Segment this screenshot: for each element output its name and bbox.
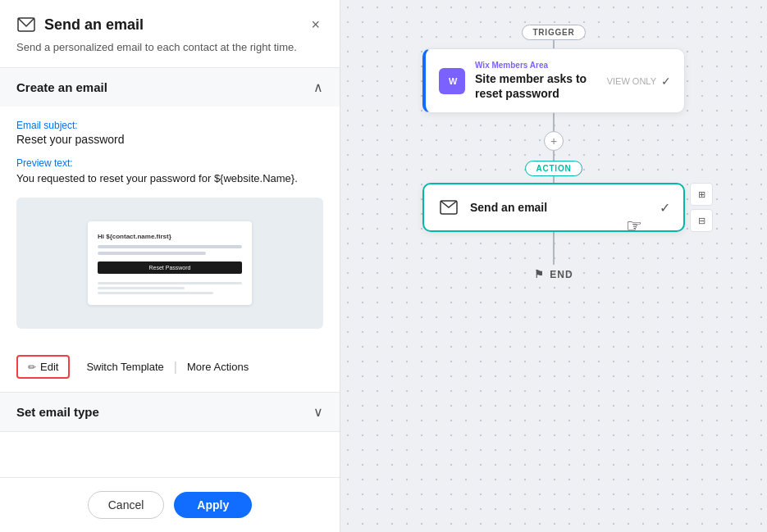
flag-icon: ⚑ (534, 268, 545, 280)
email-subject-value: Reset your password (16, 133, 323, 146)
connector-line-3 (553, 151, 555, 161)
svg-text:W: W (449, 76, 458, 86)
cancel-button[interactable]: Cancel (88, 491, 165, 519)
more-actions-button[interactable]: More Actions (177, 357, 258, 377)
flow-container: TRIGGER W Wix Members Area Site member a… (414, 25, 693, 280)
action-node-text: Send an email (470, 200, 650, 215)
trigger-node-text: Wix Members Area Site member asks to res… (475, 61, 597, 101)
side-action-btn-1[interactable]: ⊞ (690, 183, 713, 206)
envelope-icon (16, 15, 36, 34)
side-action-btn-2[interactable]: ⊟ (690, 209, 713, 232)
email-subject-label: Email subject: (16, 120, 323, 131)
panel-title: Send an email (44, 16, 144, 34)
left-panel: Send an email × Send a personalized emai… (0, 0, 340, 532)
connector-line-5 (553, 232, 555, 265)
action-label: Send an email (470, 200, 650, 215)
trigger-source: Wix Members Area (475, 61, 597, 70)
preview-text-value: You requested to reset your password for… (16, 171, 323, 187)
create-email-section: Create an email ∧ Email subject: Reset y… (0, 68, 340, 393)
canvas-panel: TRIGGER W Wix Members Area Site member a… (340, 0, 767, 532)
preview-footer-2 (98, 287, 185, 289)
panel-footer: Cancel Apply (0, 477, 340, 532)
preview-line-1 (98, 245, 242, 248)
set-email-type-chevron: ∨ (313, 404, 323, 420)
end-node: ⚑ END (534, 268, 573, 280)
trigger-label: Site member asks to reset password (475, 71, 597, 101)
create-email-section-header[interactable]: Create an email ∧ (0, 68, 340, 107)
edit-label: Edit (40, 361, 58, 373)
trigger-view-only: VIEW ONLY ✓ (607, 75, 671, 88)
side-actions: ⊞ ⊟ (690, 183, 713, 232)
preview-text-label: Preview text: (16, 157, 323, 169)
edit-button[interactable]: ✏ Edit (16, 355, 70, 379)
view-only-text: VIEW ONLY (607, 76, 656, 86)
panel-subtitle: Send a personalized email to each contac… (16, 39, 323, 56)
preview-cta-button: Reset Password (98, 261, 242, 274)
connector-line-1 (553, 40, 555, 48)
plus-button[interactable]: + (544, 131, 564, 151)
connector-line-4 (553, 176, 555, 183)
create-email-chevron: ∧ (313, 80, 323, 95)
trigger-node-card[interactable]: W Wix Members Area Site member asks to r… (422, 48, 685, 113)
action-node-card[interactable]: Send an email ✓ ☞ ⊞ ⊟ (422, 183, 685, 232)
trigger-check-icon: ✓ (661, 75, 671, 88)
action-envelope-icon (437, 196, 460, 219)
set-email-type-section: Set email type ∨ (0, 393, 340, 432)
trigger-badge: TRIGGER (522, 25, 585, 40)
email-thumbnail: Hi ${contact.name.first} Reset Password (16, 198, 323, 329)
switch-template-button[interactable]: Switch Template (76, 357, 173, 377)
preview-footer-1 (98, 282, 242, 284)
end-label: END (550, 269, 573, 280)
preview-greeting: Hi ${contact.name.first} (98, 233, 242, 240)
email-details: Email subject: Reset your password Previ… (0, 107, 340, 356)
action-badge: ACTION (525, 161, 582, 176)
wix-icon: W (439, 68, 465, 94)
preview-line-2 (98, 252, 206, 255)
action-links: ✏ Edit Switch Template | More Actions (0, 355, 340, 392)
set-email-type-title: Set email type (16, 405, 99, 419)
create-email-section-title: Create an email (16, 80, 107, 94)
pencil-icon: ✏ (28, 361, 36, 373)
panel-header: Send an email × Send a personalized emai… (0, 0, 340, 68)
action-check-icon: ✓ (660, 200, 670, 216)
preview-footer-3 (98, 292, 213, 294)
apply-button[interactable]: Apply (174, 492, 252, 518)
connector-line-2 (553, 113, 555, 131)
email-preview-card: Hi ${contact.name.first} Reset Password (88, 221, 252, 305)
close-button[interactable]: × (308, 16, 323, 34)
set-email-type-header[interactable]: Set email type ∨ (0, 393, 340, 431)
